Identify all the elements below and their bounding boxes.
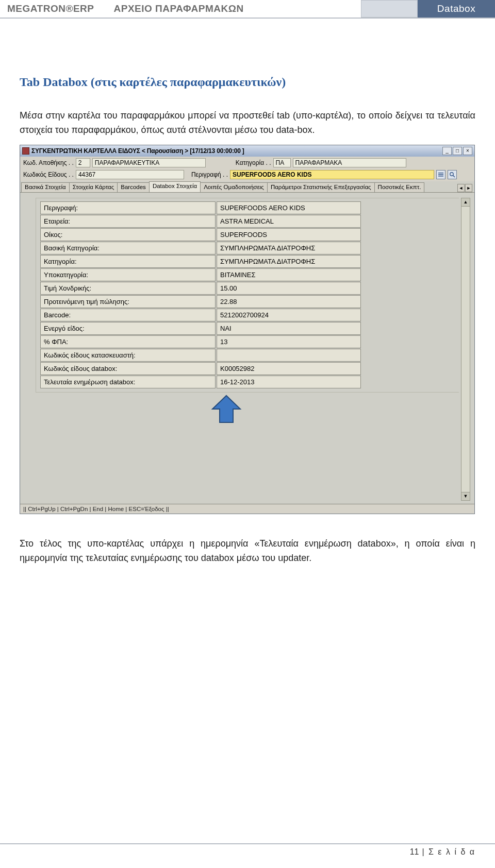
header-row-1: Κωδ. Αποθήκης . . 2 ΠΑΡΑΦΑΡΜΑΚΕΥΤΙΚΑ Κατ…: [20, 157, 474, 169]
header-badge-databox: Databox: [418, 0, 495, 18]
detail-label: Υποκατηγορία:: [40, 268, 216, 281]
detail-row: Κωδικός είδους databox:K00052982: [40, 362, 455, 375]
annotation-arrow-icon: [206, 393, 247, 427]
vertical-scrollbar[interactable]: ▲ ▼: [461, 198, 470, 501]
svg-line-4: [453, 175, 455, 177]
minimize-button[interactable]: _: [442, 147, 452, 155]
detail-row: Εταιρεία:ASTRA MEDICAL: [40, 215, 455, 228]
detail-row: Περιγραφή:SUPERFOODS AERO KIDS: [40, 201, 455, 214]
label-warehouse: Κωδ. Αποθήκης . .: [23, 159, 74, 166]
tab-stat-params[interactable]: Παράμετροι Στατιστικής Επεξεργασίας: [267, 182, 375, 192]
detail-value: 16-12-2013: [217, 376, 361, 388]
svg-point-3: [450, 173, 453, 176]
tab-card[interactable]: Στοιχεία Κάρτας: [69, 182, 118, 192]
detail-row: Κατηγορία:ΣΥΜΠΛΗΡΩΜΑΤΑ ΔΙΑΤΡΟΦΗΣ: [40, 255, 455, 268]
detail-value: ΣΥΜΠΛΗΡΩΜΑΤΑ ΔΙΑΤΡΟΦΗΣ: [217, 255, 361, 268]
page-footer: 11| Σ ε λ ί δ α: [0, 843, 495, 857]
header-section-name: ΑΡΧΕΙΟ ΠΑΡΑΦΑΡΜΑΚΩΝ: [101, 0, 249, 18]
detail-value: ΣΥΜΠΛΗΡΩΜΑΤΑ ΔΙΑΤΡΟΦΗΣ: [217, 242, 361, 254]
detail-label: Barcode:: [40, 309, 216, 321]
detail-label: Οίκος:: [40, 228, 216, 241]
tab-scroll-right[interactable]: ►: [465, 184, 472, 192]
detail-row: Οίκος:SUPERFOODS: [40, 228, 455, 241]
field-category-code[interactable]: ΠΑ: [273, 158, 291, 167]
detail-value: 15.00: [217, 282, 361, 295]
close-button[interactable]: ×: [463, 147, 472, 155]
search-icon-button[interactable]: [448, 170, 457, 179]
detail-label: Τελευταία ενημέρωση databox:: [40, 376, 216, 388]
detail-row: Βασική Κατηγορία:ΣΥΜΠΛΗΡΩΜΑΤΑ ΔΙΑΤΡΟΦΗΣ: [40, 242, 455, 254]
detail-value: ASTRA MEDICAL: [217, 215, 361, 228]
document-header: MEGATRON®ERP ΑΡΧΕΙΟ ΠΑΡΑΦΑΡΜΑΚΩΝ Databox: [0, 0, 495, 19]
scroll-down-icon[interactable]: ▼: [461, 492, 470, 500]
header-row-2: Κωδικός Είδους . . 44367 Περιγραφή . . S…: [20, 169, 474, 181]
detail-label: Κωδικός είδους databox:: [40, 362, 216, 375]
header-badge-grey: [361, 0, 418, 18]
tab-other-groups[interactable]: Λοιπές Ομαδοποιήσεις: [200, 182, 268, 192]
tab-basic[interactable]: Βασικά Στοιχεία: [21, 182, 70, 192]
detail-value: ΝΑΙ: [217, 322, 361, 335]
tab-barcodes[interactable]: Barcodes: [117, 182, 150, 192]
detail-value: [217, 349, 361, 362]
paragraph-closing: Στο τέλος της υπο-καρτέλας υπάρχει η ημε…: [20, 537, 475, 566]
detail-row: % ΦΠΑ:13: [40, 335, 455, 348]
detail-row: Ενεργό είδος:ΝΑΙ: [40, 322, 455, 335]
label-description: Περιγραφή . .: [191, 171, 228, 178]
label-item-code: Κωδικός Είδους . .: [23, 171, 74, 178]
detail-value: 13: [217, 335, 361, 348]
detail-label: % ΦΠΑ:: [40, 335, 216, 348]
detail-value: 22.88: [217, 295, 361, 308]
field-category-name[interactable]: ΠΑΡΑΦΑΡΜΑΚΑ: [293, 158, 406, 167]
svg-marker-5: [212, 396, 240, 422]
detail-label: Βασική Κατηγορία:: [40, 242, 216, 254]
detail-value: SUPERFOODS: [217, 228, 361, 241]
field-description[interactable]: SUPERFOODS AERO KIDS: [230, 170, 434, 179]
detail-row: Προτεινόμενη τιμή πώλησης:22.88: [40, 295, 455, 308]
window-title: ΣΥΓΚΕΝΤΡΩΤΙΚΗ ΚΑΡΤΕΛΛΑ ΕΙΔΟΥΣ < Παρουσία…: [31, 147, 244, 155]
detail-row: Τιμή Χονδρικής:15.00: [40, 282, 455, 295]
svg-rect-2: [438, 176, 443, 177]
field-warehouse-code[interactable]: 2: [76, 158, 90, 167]
scroll-up-icon[interactable]: ▲: [461, 198, 470, 207]
paragraph-intro: Μέσα στην καρτέλα του παραφαρμάκου μπορε…: [20, 109, 475, 138]
tab-databox[interactable]: Databox Στοιχεία: [149, 181, 201, 192]
detail-value: K00052982: [217, 362, 361, 375]
field-item-code[interactable]: 44367: [76, 170, 184, 179]
detail-pane: ▲ ▼ Περιγραφή:SUPERFOODS AERO KIDSΕταιρε…: [20, 193, 474, 504]
detail-value: SUPERFOODS AERO KIDS: [217, 201, 361, 214]
status-bar: || Ctrl+PgUp | Ctrl+PgDn | End | Home | …: [20, 504, 474, 514]
detail-label: Ενεργό είδος:: [40, 322, 216, 335]
detail-label: Κωδικός είδους κατασκευαστή:: [40, 349, 216, 362]
detail-row: Κωδικός είδους κατασκευαστή:: [40, 349, 455, 362]
section-heading: Tab Databox (στις καρτέλες παραφαρμακευτ…: [20, 75, 475, 89]
tab-scroll-left[interactable]: ◄: [457, 184, 465, 192]
screenshot-window: ΣΥΓΚΕΝΤΡΩΤΙΚΗ ΚΑΡΤΕΛΛΑ ΕΙΔΟΥΣ < Παρουσία…: [20, 145, 475, 514]
svg-rect-1: [438, 174, 443, 175]
header-app-name: MEGATRON®ERP: [0, 0, 101, 18]
detail-value: ΒΙΤΑΜΙΝΕΣ: [217, 268, 361, 281]
tab-strip: Βασικά Στοιχεία Στοιχεία Κάρτας Barcodes…: [20, 181, 474, 193]
detail-row: Barcode:5212002700924: [40, 309, 455, 321]
detail-label: Εταιρεία:: [40, 215, 216, 228]
detail-row: Τελευταία ενημέρωση databox:16-12-2013: [40, 376, 455, 388]
page-number: 11: [410, 847, 419, 856]
window-titlebar: ΣΥΓΚΕΝΤΡΩΤΙΚΗ ΚΑΡΤΕΛΛΑ ΕΙΔΟΥΣ < Παρουσία…: [20, 145, 474, 157]
closing-text-pre: Στο τέλος της υπο-καρτέλας υπάρχει η ημε…: [20, 538, 259, 549]
field-warehouse-name[interactable]: ΠΑΡΑΦΑΡΜΑΚΕΥΤΙΚΑ: [92, 158, 206, 167]
maximize-button[interactable]: □: [453, 147, 462, 155]
tab-qty-discounts[interactable]: Ποσοτικές Εκπτ.: [374, 182, 425, 192]
detail-value: 5212002700924: [217, 309, 361, 321]
detail-label: Κατηγορία:: [40, 255, 216, 268]
list-icon-button[interactable]: [436, 170, 446, 179]
svg-rect-0: [438, 173, 443, 174]
page-word: Σ ε λ ί δ α: [428, 847, 475, 856]
detail-label: Προτεινόμενη τιμή πώλησης:: [40, 295, 216, 308]
detail-label: Τιμή Χονδρικής:: [40, 282, 216, 295]
app-icon: [22, 147, 29, 155]
closing-text-bold: Τελευταία ενημέρωση databox: [259, 538, 390, 549]
label-category: Κατηγορία . .: [236, 159, 271, 166]
detail-row: Υποκατηγορία:ΒΙΤΑΜΙΝΕΣ: [40, 268, 455, 281]
detail-label: Περιγραφή:: [40, 201, 216, 214]
